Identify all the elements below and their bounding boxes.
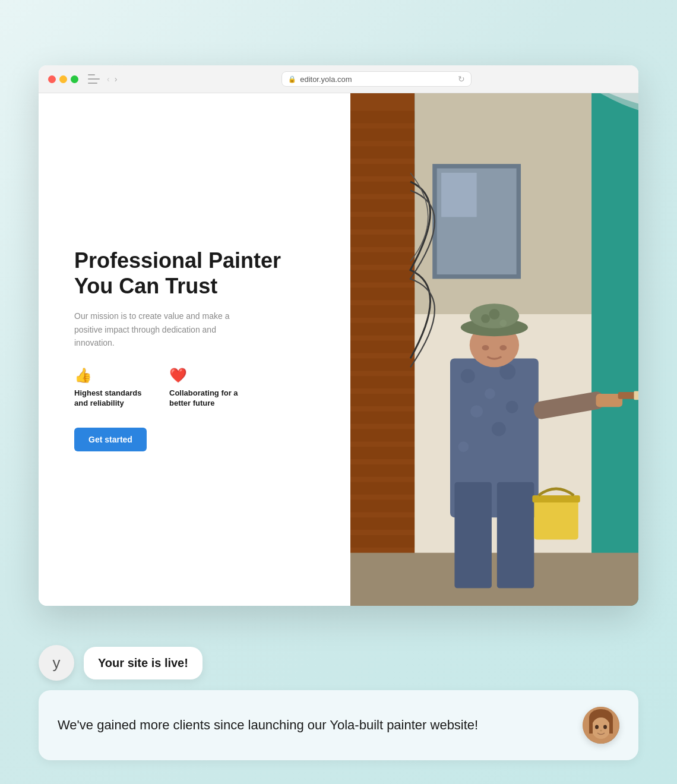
- svg-rect-78: [618, 392, 636, 399]
- svg-rect-26: [350, 305, 415, 318]
- testimonial-text: We've gained more clients since launchin…: [58, 716, 571, 735]
- close-button[interactable]: [48, 75, 56, 83]
- forward-button[interactable]: ›: [113, 74, 119, 84]
- feature-label-2: Collaborating for a better future: [169, 388, 241, 409]
- svg-rect-74: [455, 482, 492, 589]
- svg-rect-36: [350, 394, 415, 406]
- notification-bubble: Your site is live!: [84, 647, 203, 679]
- svg-point-86: [500, 320, 507, 327]
- svg-rect-38: [350, 412, 415, 424]
- get-started-button[interactable]: Get started: [74, 428, 147, 451]
- feature-item-2: ❤️ Collaborating for a better future: [169, 367, 241, 409]
- svg-rect-50: [350, 517, 415, 530]
- svg-point-99: [600, 730, 602, 732]
- browser-content: Professional Painter You Can Trust Our m…: [39, 93, 638, 606]
- features-row: 👍 Highest standards and reliability ❤️ C…: [74, 367, 321, 409]
- svg-point-85: [481, 314, 490, 323]
- svg-rect-30: [350, 341, 415, 353]
- svg-point-97: [595, 725, 599, 729]
- svg-rect-8: [350, 146, 415, 159]
- svg-rect-65: [350, 553, 638, 606]
- heart-icon: ❤️: [169, 367, 241, 384]
- feature-item-1: 👍 Highest standards and reliability: [74, 367, 145, 409]
- chat-notification: y Your site is live!: [39, 645, 638, 681]
- hero-image: [350, 93, 638, 606]
- refresh-icon[interactable]: ↻: [458, 74, 465, 84]
- svg-rect-16: [350, 217, 415, 229]
- svg-rect-80: [534, 500, 578, 539]
- svg-rect-18: [350, 235, 415, 247]
- browser-window: ‹ › 🔒 editor.yola.com ↻ Professional Pai…: [39, 65, 638, 606]
- svg-rect-28: [350, 323, 415, 336]
- minimize-button[interactable]: [59, 75, 67, 83]
- svg-rect-4: [350, 111, 415, 124]
- traffic-lights: [48, 75, 78, 83]
- user-avatar: [583, 707, 619, 744]
- svg-point-67: [461, 369, 475, 383]
- browser-chrome: ‹ › 🔒 editor.yola.com ↻: [39, 65, 638, 93]
- svg-rect-48: [350, 500, 415, 512]
- svg-rect-52: [350, 535, 415, 548]
- svg-point-98: [603, 725, 607, 729]
- hero-section-left: Professional Painter You Can Trust Our m…: [39, 93, 350, 606]
- hero-title: Professional Painter You Can Trust: [74, 248, 321, 299]
- svg-point-89: [500, 345, 507, 350]
- svg-rect-63: [441, 173, 477, 217]
- svg-rect-34: [350, 376, 415, 388]
- yola-letter: y: [53, 654, 61, 672]
- maximize-button[interactable]: [71, 75, 78, 83]
- svg-point-96: [591, 717, 610, 739]
- notification-text: Your site is live!: [98, 656, 188, 669]
- svg-rect-14: [350, 200, 415, 212]
- svg-rect-24: [350, 287, 415, 300]
- svg-rect-22: [350, 270, 415, 283]
- svg-point-88: [482, 345, 489, 350]
- svg-rect-12: [350, 182, 415, 194]
- svg-rect-42: [350, 447, 415, 459]
- svg-point-87: [489, 309, 500, 320]
- svg-rect-64: [591, 93, 638, 606]
- hero-image-section: [350, 93, 638, 606]
- svg-point-71: [492, 422, 506, 437]
- svg-point-68: [485, 388, 495, 399]
- svg-rect-100: [589, 722, 593, 734]
- svg-rect-10: [350, 164, 415, 176]
- address-bar[interactable]: 🔒 editor.yola.com ↻: [281, 71, 472, 87]
- svg-rect-20: [350, 252, 415, 265]
- svg-point-72: [458, 441, 469, 452]
- lock-icon: 🔒: [288, 75, 296, 83]
- nav-arrows: ‹ ›: [106, 74, 118, 84]
- svg-rect-101: [609, 722, 613, 734]
- svg-point-73: [506, 401, 518, 413]
- feature-label-1: Highest standards and reliability: [74, 388, 145, 409]
- sidebar-toggle-icon[interactable]: [88, 74, 100, 84]
- back-button[interactable]: ‹: [106, 74, 111, 84]
- chat-section: y Your site is live! We've gained more c…: [39, 645, 638, 760]
- hero-description: Our mission is to create value and make …: [74, 309, 241, 349]
- svg-rect-75: [497, 482, 534, 589]
- svg-rect-79: [634, 391, 638, 400]
- svg-rect-40: [350, 429, 415, 441]
- thumbs-up-icon: 👍: [74, 367, 145, 384]
- testimonial-bubble: We've gained more clients since launchin…: [39, 690, 638, 760]
- svg-rect-6: [350, 129, 415, 141]
- url-text: editor.yola.com: [300, 75, 352, 84]
- svg-point-70: [470, 405, 483, 418]
- svg-rect-44: [350, 464, 415, 477]
- svg-rect-46: [350, 482, 415, 495]
- yola-avatar: y: [39, 645, 74, 681]
- svg-rect-81: [533, 495, 580, 502]
- svg-rect-32: [350, 358, 415, 371]
